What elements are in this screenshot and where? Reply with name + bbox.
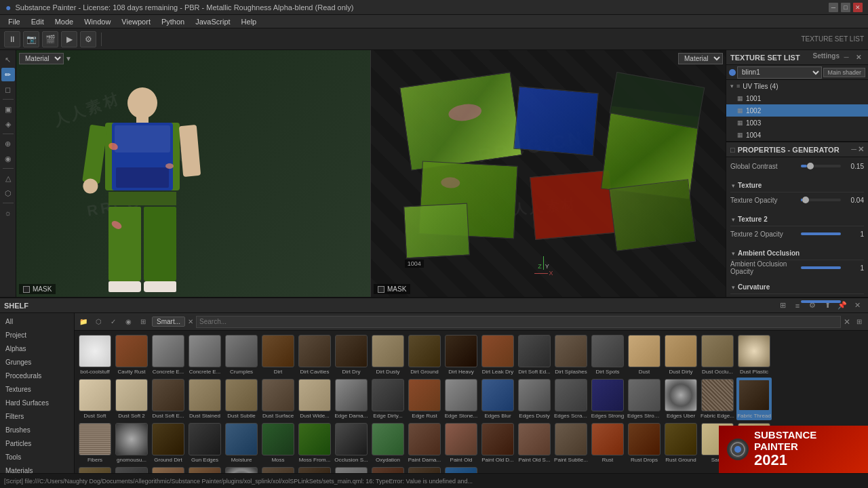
grid-item-5[interactable]: Dirt (260, 333, 296, 376)
grid-item-24[interactable]: Dust Surface (260, 378, 296, 420)
fill-tool[interactable]: ▣ (1, 102, 15, 116)
grid-item-42[interactable]: Moisture (224, 422, 259, 464)
render-mode-tool[interactable]: ☼ (1, 206, 15, 220)
grid-item-32[interactable]: Edges Scrat... (553, 378, 589, 420)
settings-button[interactable]: ⚙ (80, 31, 96, 47)
grid-item-49[interactable]: Paint Old D... (480, 422, 515, 464)
grid-item-59[interactable]: Soft Damage (151, 466, 186, 473)
viewport-2d[interactable]: RRCG.CN 人人素材 1004 (371, 50, 726, 297)
texture-set-minimize-btn[interactable]: ─ (841, 52, 852, 63)
grid-item-58[interactable]: Sharp Dirt (114, 466, 149, 473)
shelf-grid-btn[interactable]: ⊞ (776, 300, 789, 312)
grid-item-45[interactable]: Occlusion S... (334, 422, 369, 464)
filter-btn-list[interactable]: ⬡ (92, 316, 104, 328)
global-contrast-handle[interactable] (807, 163, 814, 169)
menu-javascript[interactable]: JavaScript (190, 15, 235, 28)
shelf-cat-hard-surfaces[interactable]: Hard Surfaces (0, 396, 74, 409)
grid-item-43[interactable]: Moss (260, 422, 296, 464)
shelf-cat-procedurals[interactable]: Procedurals (0, 369, 74, 382)
curvature-category[interactable]: ▾ Curvature (730, 281, 864, 294)
texture-set-close-btn[interactable]: ✕ (853, 52, 864, 63)
grid-item-10[interactable]: Dirt Heavy (443, 333, 479, 376)
curvature-opacity-slider[interactable] (801, 300, 841, 303)
grid-item-14[interactable]: Dirt Spots (590, 333, 625, 376)
grid-item-47[interactable]: Paint Dama... (407, 422, 442, 464)
grid-item-63[interactable]: Stains Surface (297, 466, 332, 473)
mesh-tool[interactable]: ⬡ (1, 186, 15, 200)
shelf-cat-textures[interactable]: Textures (0, 382, 74, 396)
shelf-cat-grunges[interactable]: Grunges (0, 355, 74, 369)
texture-opacity-handle[interactable] (802, 197, 809, 203)
grid-item-29[interactable]: Edge Stone... (443, 378, 479, 420)
cam-button[interactable]: 📷 (23, 31, 39, 47)
grid-item-66[interactable]: Surface Worm (407, 466, 442, 473)
filter-btn-toggle[interactable]: ◉ (122, 316, 134, 328)
grid-item-25[interactable]: Dust Wide... (297, 378, 332, 420)
grid-item-28[interactable]: Edge Rust (407, 378, 442, 420)
grid-item-1[interactable]: Cavity Rust (114, 333, 149, 376)
grid-item-27[interactable]: Edge Dirty... (370, 378, 406, 420)
grid-item-4[interactable]: Crumples (224, 333, 259, 376)
shelf-cat-particles[interactable]: Particles (0, 436, 74, 450)
menu-window[interactable]: Window (79, 15, 116, 28)
grid-item-16[interactable]: Dust Dirty (663, 333, 698, 376)
shelf-cat-filters[interactable]: Filters (0, 409, 74, 423)
grid-item-64[interactable]: Subtle Scrat... (334, 466, 369, 473)
grid-item-61[interactable]: Spots (224, 466, 259, 473)
grid-item-30[interactable]: Edges Blur (480, 378, 515, 420)
ao-opacity-slider[interactable] (801, 266, 841, 269)
filter-tab-close[interactable]: ✕ (188, 318, 193, 325)
maximize-button[interactable]: □ (841, 3, 850, 12)
pause-button[interactable]: ⏸ (4, 31, 20, 47)
grid-item-6[interactable]: Dirt Cavities (297, 333, 332, 376)
mask-checkbox-3d[interactable] (23, 286, 30, 293)
shelf-cat-alphas[interactable]: Alphas (0, 342, 74, 355)
texture2-opacity-slider[interactable] (801, 232, 841, 235)
uv-tile-1001[interactable]: ▦ 1001 (726, 92, 868, 104)
properties-expand[interactable]: □ (730, 146, 735, 154)
grid-item-52[interactable]: Rust (590, 422, 625, 464)
uv-tile-1002[interactable]: ▦ 1002 (726, 104, 868, 117)
grid-item-9[interactable]: Dirt Ground (407, 333, 442, 376)
grid-item-33[interactable]: Edges Strong (590, 378, 625, 420)
grid-item-7[interactable]: Dirt Dry (334, 333, 369, 376)
mask-checkbox-2d[interactable] (378, 286, 384, 293)
properties-close-btn[interactable]: ✕ (858, 145, 864, 154)
material-select-3d[interactable]: Material (19, 53, 64, 64)
grid-item-26[interactable]: Edge Dama... (334, 378, 369, 420)
shelf-cat-project[interactable]: Project (0, 328, 74, 342)
menu-edit[interactable]: Edit (26, 15, 50, 28)
grid-item-67[interactable]: Water Drops (443, 466, 479, 473)
grid-item-0[interactable]: bot-coolstuff (77, 333, 113, 376)
grid-item-36[interactable]: Fabric Edge... (700, 378, 735, 420)
grid-item-12[interactable]: Dirt Soft Ed... (517, 333, 552, 376)
smart-material-tool[interactable]: ◈ (1, 117, 15, 131)
filter-btn-grid[interactable]: ⊞ (137, 316, 149, 328)
shelf-cat-materials[interactable]: Materials (0, 464, 74, 473)
uv-tile-1003[interactable]: ▦ 1003 (726, 117, 868, 129)
grid-item-65[interactable]: Surface Rust (370, 466, 406, 473)
grid-item-57[interactable]: Sand Dust (77, 466, 113, 473)
uv-tile-1004[interactable]: ▦ 1004 (726, 129, 868, 141)
grid-item-54[interactable]: Rust Ground (663, 422, 698, 464)
grid-item-21[interactable]: Dust Soft E... (151, 378, 186, 420)
grid-item-19[interactable]: Dust Soft (77, 378, 113, 420)
grid-item-38[interactable]: Fibers (77, 422, 113, 464)
uv-tiles-header[interactable]: ▾ ≡ UV Tiles (4) (726, 80, 868, 92)
grid-item-18[interactable]: Dust Plastic (736, 333, 772, 376)
grid-item-46[interactable]: Oxydation (370, 422, 406, 464)
menu-help[interactable]: Help (236, 15, 262, 28)
grid-item-48[interactable]: Paint Old (443, 422, 479, 464)
grid-item-11[interactable]: Dirt Leak Dry (480, 333, 515, 376)
grid-item-50[interactable]: Paint Old S... (517, 422, 552, 464)
grid-item-62[interactable]: Stains Scrat... (260, 466, 296, 473)
menu-viewport[interactable]: Viewport (116, 15, 156, 28)
grid-item-60[interactable]: Soft Dirt (187, 466, 222, 473)
video-button[interactable]: ▶ (61, 31, 77, 47)
main-shader-button[interactable]: Main shader (823, 68, 865, 77)
paint-tool[interactable]: ✏ (1, 68, 15, 81)
grid-item-37[interactable]: Fabric Thread (736, 378, 772, 420)
properties-min-btn[interactable]: ─ (851, 145, 856, 154)
search-clear-btn[interactable]: ✕ (844, 317, 850, 327)
grid-item-41[interactable]: Gun Edges (187, 422, 222, 464)
